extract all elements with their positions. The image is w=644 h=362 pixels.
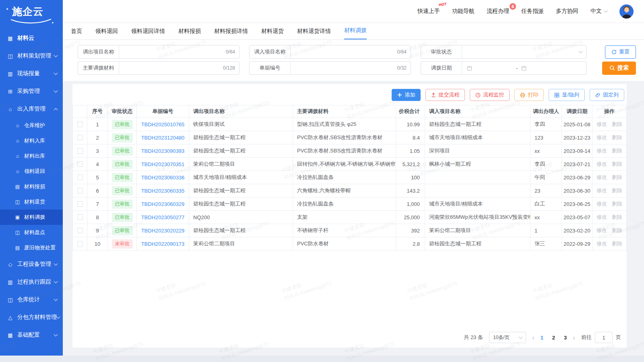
delete-link[interactable]: 删除 <box>612 187 622 194</box>
user-avatar[interactable] <box>619 4 634 19</box>
tab-material-refund[interactable]: 材料退货 <box>261 28 284 39</box>
approval-status-select[interactable] <box>462 45 586 58</box>
edit-link[interactable]: 修改 <box>597 187 607 194</box>
delete-link[interactable]: 删除 <box>612 147 622 154</box>
tab-picking-return[interactable]: 领料退回 <box>95 28 118 39</box>
doc-no-input[interactable] <box>295 65 395 71</box>
sidebar-item-material-count[interactable]: ◫材料盘点 <box>0 225 63 240</box>
in-project-input[interactable] <box>295 49 395 55</box>
delete-link[interactable]: 删除 <box>612 200 622 208</box>
header-nav-quick-start[interactable]: 快速上手HOT <box>417 8 440 15</box>
edit-link[interactable]: 修改 <box>597 147 607 154</box>
sidebar-item-material-out[interactable]: ⌂材料出库 <box>0 148 63 164</box>
row-checkbox[interactable] <box>77 175 83 180</box>
sidebar-item-warehouse-stats[interactable]: ◫仓库统计 <box>0 291 63 309</box>
delete-link[interactable]: 删除 <box>612 160 622 168</box>
edit-link[interactable]: 修改 <box>597 121 607 128</box>
delete-link[interactable]: 删除 <box>612 240 622 247</box>
horizontal-scrollbar[interactable] <box>0 356 644 362</box>
cell-amount: 5,321.2 <box>396 158 425 171</box>
row-checkbox[interactable] <box>77 121 83 127</box>
doc-no-link[interactable]: TBDH2025010765 <box>141 121 185 128</box>
tab-material-damage-detail[interactable]: 材料报损详情 <box>214 28 248 39</box>
doc-no-link[interactable]: TBDH2023060336 <box>141 175 185 181</box>
out-project-input[interactable] <box>123 49 223 55</box>
sidebar-item-waste-disposal[interactable]: ▤废旧物资处置 <box>0 240 63 255</box>
doc-no-link[interactable]: TBDH2023060329 <box>141 201 185 207</box>
reset-button[interactable]: 重置 <box>605 45 636 59</box>
material-input[interactable] <box>123 65 221 71</box>
tab-material-damage[interactable]: 材料报损 <box>178 28 201 39</box>
row-checkbox[interactable] <box>77 201 83 207</box>
prev-page-button[interactable]: ‹ <box>532 334 535 341</box>
sidebar-item-material-transfer[interactable]: ▣材料调拨 <box>0 210 63 225</box>
submit-flow-button[interactable]: 提交流程 <box>425 89 465 101</box>
page-1[interactable]: 1 <box>541 335 543 341</box>
search-button[interactable]: 搜索 <box>602 62 636 75</box>
sidebar-item-site-report[interactable]: ▥现场报量 <box>0 65 63 82</box>
sidebar-item-material-planning[interactable]: ◫材料策划管理 <box>0 47 63 65</box>
filter-in-project: 调入项目名称 0/64 <box>249 45 411 59</box>
row-checkbox[interactable] <box>77 241 83 247</box>
sidebar-item-basic-config[interactable]: ▦基础配置 <box>0 326 63 344</box>
row-checkbox[interactable] <box>77 161 83 167</box>
goto-page-input[interactable] <box>595 332 613 343</box>
add-button[interactable]: 添加 <box>392 89 421 101</box>
doc-no-link[interactable]: TBDH2023020229 <box>141 228 185 234</box>
page-size-select[interactable]: 10条/页 <box>489 332 526 343</box>
sidebar-item-procurement[interactable]: ⊞采购管理 <box>0 82 63 100</box>
delete-link[interactable]: 删除 <box>612 121 622 128</box>
edit-link[interactable]: 修改 <box>597 160 607 168</box>
row-checkbox[interactable] <box>77 228 83 233</box>
header-nav-collaboration[interactable]: 多方协同 <box>556 8 578 15</box>
row-checkbox[interactable] <box>77 214 83 220</box>
doc-no-link[interactable]: TBDH2023070351 <box>141 161 185 167</box>
sidebar-item-equipment-management[interactable]: ◇工程设备管理 <box>0 255 63 273</box>
sidebar-item-process-tracking[interactable]: ▥过程执行跟踪 <box>0 273 63 291</box>
flow-monitor-button[interactable]: 流程监控 <box>470 89 510 101</box>
page-3[interactable]: 3 <box>564 335 567 341</box>
sidebar-item-material-damage[interactable]: ▤材料报损 <box>0 179 63 194</box>
language-selector[interactable]: 中文 <box>590 8 607 15</box>
edit-link[interactable]: 修改 <box>597 200 607 208</box>
doc-no-link[interactable]: TBDH2023060335 <box>141 188 185 194</box>
tab-picking-return-detail[interactable]: 领料退回详情 <box>131 28 165 39</box>
doc-no-link[interactable]: TBDH2023120480 <box>141 135 185 141</box>
row-checkbox[interactable] <box>77 188 83 193</box>
row-checkbox[interactable] <box>77 135 83 140</box>
doc-no-link[interactable]: TBDH2022090173 <box>141 241 185 247</box>
delete-link[interactable]: 删除 <box>612 134 622 141</box>
header-nav-feature-nav[interactable]: 功能导航 <box>452 8 475 15</box>
doc-no-link[interactable]: TBDH2023050277 <box>141 214 185 220</box>
cell-doc-no: TBDH2023090393 <box>137 144 189 157</box>
print-button[interactable]: 打印 <box>514 89 544 101</box>
edit-link[interactable]: 修改 <box>597 227 607 234</box>
edit-link[interactable]: 修改 <box>597 174 607 181</box>
delete-link[interactable]: 删除 <box>612 174 622 181</box>
sidebar-item-inventory-management[interactable]: ⌂出入库管理 <box>0 100 63 118</box>
show-hide-columns-button[interactable]: 显/隐列 <box>549 89 585 101</box>
tab-home[interactable]: 首页 <box>71 28 82 39</box>
tab-material-transfer[interactable]: 材料调拨 <box>344 27 367 39</box>
doc-no-link[interactable]: TBDH2023090393 <box>141 148 185 154</box>
row-checkbox[interactable] <box>77 148 83 154</box>
sidebar-item-material-cloud[interactable]: ▦材料云 <box>0 29 63 47</box>
sidebar-item-material-return[interactable]: ⌂领料退回 <box>0 164 63 179</box>
edit-link[interactable]: 修改 <box>597 214 607 221</box>
edit-link[interactable]: 修改 <box>597 134 607 141</box>
sidebar-item-warehouse-maintain[interactable]: ⌂仓库维护 <box>0 118 63 133</box>
header-nav-process-handling[interactable]: 流程办理8 <box>487 8 509 15</box>
page-2[interactable]: 2 <box>552 335 555 341</box>
delete-link[interactable]: 删除 <box>612 227 622 234</box>
delete-link[interactable]: 删除 <box>612 214 622 221</box>
next-page-button[interactable]: › <box>573 334 575 341</box>
pin-columns-button[interactable]: 固定列 <box>590 89 624 101</box>
header-nav-task-assign[interactable]: 任务指派 <box>521 8 544 15</box>
sidebar-item-material-in[interactable]: ⌂材料入库 <box>0 133 63 148</box>
cell-status: 未审批 <box>108 237 137 250</box>
date-range-field[interactable]: - <box>462 62 586 74</box>
sidebar-item-subcontractor-materials[interactable]: △分包方材料管理 <box>0 309 63 326</box>
sidebar-item-material-refund[interactable]: ◫材料退货 <box>0 194 63 210</box>
edit-link[interactable]: 修改 <box>597 240 607 247</box>
tab-material-refund-detail[interactable]: 材料退货详情 <box>297 28 331 39</box>
